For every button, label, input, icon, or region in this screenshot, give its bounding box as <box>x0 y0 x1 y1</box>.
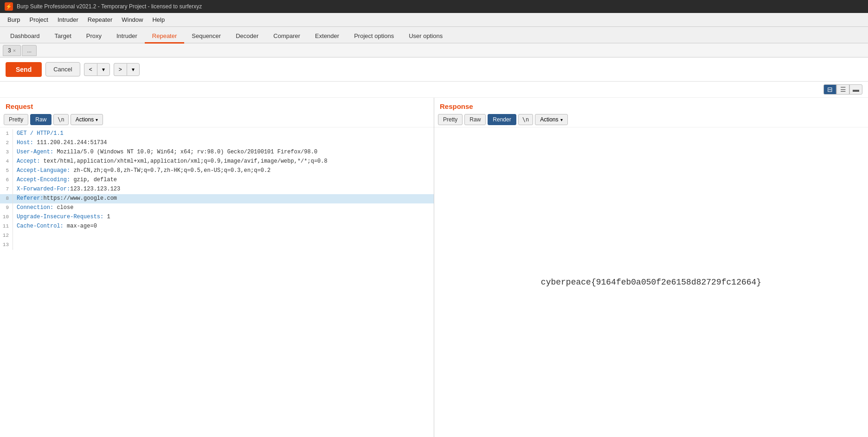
code-line-1: 1GET / HTTP/1.1 <box>0 129 434 139</box>
single-panel-button[interactable]: ▬ <box>849 84 862 95</box>
burp-logo-icon: ⚡ <box>5 2 13 11</box>
line-content: Accept: text/html,application/xhtml+xml,… <box>17 157 434 166</box>
menu-item-window[interactable]: Window <box>117 14 148 25</box>
repeater-toolbar: Send Cancel < ▾ > ▾ <box>0 57 868 82</box>
response-tab-raw[interactable]: Raw <box>464 114 486 125</box>
line-number: 13 <box>0 241 13 250</box>
line-content: X-Forwarded-For:123.123.123.123 <box>17 185 434 194</box>
request-tab-pretty[interactable]: Pretty <box>4 114 28 125</box>
line-number: 5 <box>0 166 13 176</box>
response-rendered-text: cyberpeace{9164feb0a050f2e6158d82729fc12… <box>541 278 761 287</box>
request-tab-newline[interactable]: \n <box>53 114 68 125</box>
code-line-12: 12 <box>0 231 434 241</box>
nav-back-dropdown-button[interactable]: ▾ <box>97 63 110 76</box>
line-number: 9 <box>0 203 13 213</box>
main-tab-dashboard[interactable]: Dashboard <box>3 30 47 44</box>
line-content: Accept-Language: zh-CN,zh;q=0.8,zh-TW;q=… <box>17 166 434 176</box>
code-line-7: 7X-Forwarded-For:123.123.123.123 <box>0 185 434 194</box>
code-line-4: 4Accept: text/html,application/xhtml+xml… <box>0 157 434 166</box>
main-tab-user-options[interactable]: User options <box>401 30 450 44</box>
line-number: 6 <box>0 176 13 185</box>
close-tab-icon[interactable]: × <box>13 48 16 53</box>
request-panel-toolbar: Pretty Raw \n Actions ▾ <box>0 112 434 127</box>
repeater-tab-more[interactable]: ... <box>22 45 37 56</box>
line-content: Upgrade-Insecure-Requests: 1 <box>17 213 434 222</box>
request-panel-title: Request <box>0 98 434 112</box>
app-title: Burp Suite Professional v2021.2 - Tempor… <box>17 3 202 10</box>
main-tab-repeater[interactable]: Repeater <box>145 30 184 44</box>
request-code-area[interactable]: 1GET / HTTP/1.12Host: 111.200.241.244:51… <box>0 127 434 437</box>
send-button[interactable]: Send <box>6 62 42 77</box>
response-panel-toolbar: Pretty Raw Render \n Actions ▾ <box>434 112 868 127</box>
request-tab-raw[interactable]: Raw <box>30 114 51 125</box>
line-content <box>17 241 434 250</box>
line-number: 8 <box>0 194 13 203</box>
line-number: 2 <box>0 139 13 148</box>
nav-fwd-group: > ▾ <box>114 63 140 76</box>
menu-item-help[interactable]: Help <box>148 14 169 25</box>
line-number: 3 <box>0 148 13 157</box>
nav-back-group: < ▾ <box>84 63 110 76</box>
line-content: Host: 111.200.241.244:51734 <box>17 139 434 148</box>
response-content-area: cyberpeace{9164feb0a050f2e6158d82729fc12… <box>434 127 868 437</box>
tab-number: 3 <box>8 47 11 54</box>
code-line-5: 5Accept-Language: zh-CN,zh;q=0.8,zh-TW;q… <box>0 166 434 176</box>
line-content: Referer:https://www.google.com <box>17 194 434 203</box>
repeater-tab-3[interactable]: 3 × <box>3 45 21 56</box>
title-bar: ⚡ Burp Suite Professional v2021.2 - Temp… <box>0 0 868 13</box>
code-line-13: 13 <box>0 241 434 250</box>
split-horizontal-button[interactable]: ☰ <box>836 84 849 95</box>
menu-bar: BurpProjectIntruderRepeaterWindowHelp <box>0 13 868 27</box>
line-number: 11 <box>0 222 13 231</box>
menu-item-burp[interactable]: Burp <box>3 14 25 25</box>
menu-item-repeater[interactable]: Repeater <box>83 14 117 25</box>
line-number: 7 <box>0 185 13 194</box>
main-tab-extender[interactable]: Extender <box>308 30 347 44</box>
code-line-9: 9Connection: close <box>0 203 434 213</box>
line-content: GET / HTTP/1.1 <box>17 129 434 139</box>
menu-item-project[interactable]: Project <box>25 14 52 25</box>
view-toggle-bar: ⊟ ☰ ▬ <box>0 82 868 98</box>
response-tab-newline[interactable]: \n <box>518 114 533 125</box>
response-tab-render[interactable]: Render <box>488 114 516 125</box>
code-line-11: 11Cache-Control: max-age=0 <box>0 222 434 231</box>
main-tab-intruder[interactable]: Intruder <box>109 30 145 44</box>
line-content: User-Agent: Mozilla/5.0 (Windows NT 10.0… <box>17 148 434 157</box>
panels-container: Request Pretty Raw \n Actions ▾ 1GET / H… <box>0 98 868 437</box>
request-actions-label: Actions <box>76 116 94 123</box>
main-tab-target[interactable]: Target <box>47 30 79 44</box>
repeater-tab-bar: 3 × ... <box>0 44 868 57</box>
code-line-3: 3User-Agent: Mozilla/5.0 (Windows NT 10.… <box>0 148 434 157</box>
more-tabs-label: ... <box>27 47 32 54</box>
line-number: 10 <box>0 213 13 222</box>
code-line-10: 10Upgrade-Insecure-Requests: 1 <box>0 213 434 222</box>
main-tab-comparer[interactable]: Comparer <box>266 30 308 44</box>
code-line-8: 8Referer:https://www.google.com <box>0 194 434 203</box>
response-panel: Response Pretty Raw Render \n Actions ▾ … <box>434 98 868 437</box>
menu-item-intruder[interactable]: Intruder <box>53 14 83 25</box>
line-number: 1 <box>0 129 13 139</box>
nav-back-button[interactable]: < <box>84 63 97 76</box>
nav-fwd-dropdown-button[interactable]: ▾ <box>127 63 140 76</box>
line-number: 4 <box>0 157 13 166</box>
code-line-2: 2Host: 111.200.241.244:51734 <box>0 139 434 148</box>
request-actions-button[interactable]: Actions ▾ <box>71 114 103 125</box>
cancel-button[interactable]: Cancel <box>45 62 80 76</box>
response-panel-title: Response <box>434 98 868 112</box>
main-tab-proxy[interactable]: Proxy <box>79 30 109 44</box>
main-tab-sequencer[interactable]: Sequencer <box>184 30 228 44</box>
main-tab-bar: DashboardTargetProxyIntruderRepeaterSequ… <box>0 27 868 44</box>
line-content: Connection: close <box>17 203 434 213</box>
request-panel: Request Pretty Raw \n Actions ▾ 1GET / H… <box>0 98 434 437</box>
response-actions-button[interactable]: Actions ▾ <box>535 114 567 125</box>
line-content: Accept-Encoding: gzip, deflate <box>17 176 434 185</box>
response-actions-chevron-icon: ▾ <box>560 117 563 122</box>
response-tab-pretty[interactable]: Pretty <box>438 114 463 125</box>
split-vertical-button[interactable]: ⊟ <box>823 84 836 95</box>
main-tab-project-options[interactable]: Project options <box>347 30 401 44</box>
line-content <box>17 231 434 241</box>
request-actions-chevron-icon: ▾ <box>96 117 98 122</box>
main-tab-decoder[interactable]: Decoder <box>228 30 266 44</box>
nav-fwd-button[interactable]: > <box>114 63 127 76</box>
content-area: ⊟ ☰ ▬ Request Pretty Raw \n Actions ▾ 1G… <box>0 82 868 437</box>
